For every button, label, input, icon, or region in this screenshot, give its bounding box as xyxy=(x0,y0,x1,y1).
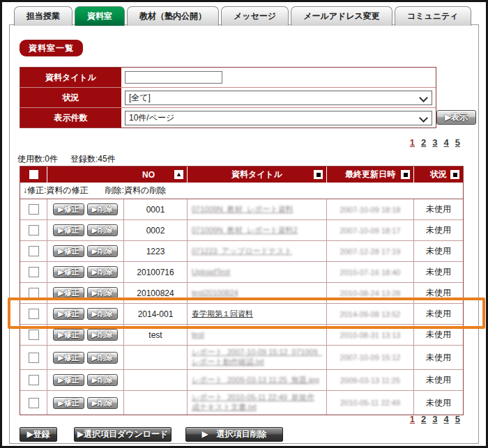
material-title-input[interactable] xyxy=(125,71,222,84)
row-checkbox-cell xyxy=(20,220,47,240)
delete-button[interactable]: ▶削除 xyxy=(87,329,118,341)
row-actions-cell: ▶修正▶削除 xyxy=(47,325,123,345)
material-title-link[interactable]: 071223_アップロードテスト xyxy=(192,247,292,256)
edit-button[interactable]: ▶修正 xyxy=(53,352,84,364)
row-checkbox[interactable] xyxy=(29,375,39,385)
delete-button[interactable]: ▶削除 xyxy=(87,397,118,409)
updated-datetime: 2007-10-09 15:12 xyxy=(340,353,401,362)
delete-button[interactable]: ▶削除 xyxy=(87,245,118,257)
edit-button[interactable]: ▶修正 xyxy=(53,203,84,215)
delete-button[interactable]: ▶削除 xyxy=(87,352,118,364)
material-title-link[interactable]: 071009N_教材_レポート資料 xyxy=(192,205,293,215)
row-updated: 2010-08-31 13:13 xyxy=(326,325,413,345)
row-status: 未使用 xyxy=(413,346,463,369)
delete-button[interactable]: ▶削除 xyxy=(87,266,118,278)
table-row: ▶修正▶削除0001071009N_教材_レポート資料2007-10-09 18… xyxy=(20,199,463,219)
material-title-link[interactable]: test xyxy=(192,330,204,340)
edit-button[interactable]: ▶修正 xyxy=(53,245,84,257)
table-row: ▶修正▶削除testtest2010-08-31 13:13未使用 xyxy=(20,324,463,345)
edit-button[interactable]: ▶修正 xyxy=(53,224,84,236)
material-title-link[interactable]: レポート_2007-10-09 15:12_071009_レポート動作確認.tx… xyxy=(192,348,322,367)
material-title-link[interactable]: レポート_2009-03-13 11:25_無題.jpg xyxy=(192,376,319,385)
row-actions-cell: ▶修正▶削除 xyxy=(47,283,123,303)
row-actions-cell: ▶修正▶削除 xyxy=(47,262,123,282)
row-no: 0001 xyxy=(123,199,187,219)
page-link-1[interactable]: 1 xyxy=(410,137,415,148)
status-select[interactable]: [全て] xyxy=(125,91,432,105)
row-no: 2014-001 xyxy=(123,304,187,324)
updated-datetime: 2009-03-13 11:25 xyxy=(340,376,400,385)
column-sort-icon[interactable] xyxy=(450,170,459,179)
page-link-2[interactable]: 2 xyxy=(421,414,426,424)
table-header-row: NO ▲ 資料タイトル 最終更新日時 状況 xyxy=(20,167,463,183)
page-link-4[interactable]: 4 xyxy=(444,414,449,424)
material-title-link[interactable]: 071009N_教材_レポート資料2 xyxy=(192,226,298,235)
row-no xyxy=(123,391,187,415)
page-link-3[interactable]: 3 xyxy=(432,137,437,148)
row-title-cell: test xyxy=(187,325,326,345)
download-selected-button[interactable]: ▶選択項目ダウンロード xyxy=(74,427,171,442)
edit-button[interactable]: ▶修正 xyxy=(53,329,84,341)
materials-table: NO ▲ 資料タイトル 最終更新日時 状況 ↓修正:資料の修正 削除:資料の削除… xyxy=(20,166,464,415)
row-checkbox[interactable] xyxy=(29,204,39,215)
pagesize-field-label: 表示件数 xyxy=(20,108,121,128)
material-title-link[interactable]: UploadTest xyxy=(192,268,230,277)
row-checkbox[interactable] xyxy=(29,309,39,319)
row-actions-cell: ▶修正▶削除 xyxy=(47,220,123,240)
edit-button[interactable]: ▶修正 xyxy=(53,397,84,409)
page-link-1[interactable]: 1 xyxy=(410,414,415,424)
sort-asc-icon[interactable]: ▲ xyxy=(174,170,183,179)
edit-button[interactable]: ▶修正 xyxy=(53,374,84,386)
column-sort-icon[interactable] xyxy=(401,170,410,179)
show-button[interactable]: ▶表示 xyxy=(436,110,476,125)
row-checkbox[interactable] xyxy=(29,267,39,277)
tab-shiryoushitsu[interactable]: 資料室 xyxy=(75,6,125,26)
delete-button[interactable]: ▶削除 xyxy=(87,374,118,386)
row-checkbox[interactable] xyxy=(29,288,39,298)
tab-message[interactable]: メッセージ xyxy=(221,6,289,26)
page-link-2[interactable]: 2 xyxy=(421,137,426,148)
select-all-checkbox-icon[interactable] xyxy=(29,170,38,179)
row-checkbox-cell xyxy=(20,199,47,219)
row-no: 1223 xyxy=(123,241,187,261)
pagesize-select-value: 10件/ページ xyxy=(129,112,174,124)
delete-button[interactable]: ▶削除 xyxy=(87,287,118,299)
tab-mail-address-henkou[interactable]: メールアドレス変更 xyxy=(291,6,392,26)
row-checkbox[interactable] xyxy=(29,246,39,256)
edit-button[interactable]: ▶修正 xyxy=(53,287,84,299)
row-checkbox[interactable] xyxy=(29,353,39,363)
table-row-highlighted: ▶修正▶削除2014-001春学期第１回資料2014-09-08 13:52未使… xyxy=(20,303,463,324)
updated-datetime: 2007-10-09 18:17 xyxy=(340,226,401,235)
header-no: NO xyxy=(124,170,173,180)
page-link-3[interactable]: 3 xyxy=(432,414,437,424)
pagesize-select[interactable]: 10件/ページ xyxy=(125,111,432,125)
edit-button[interactable]: ▶修正 xyxy=(53,308,84,320)
page-link-5[interactable]: 5 xyxy=(455,137,460,148)
row-checkbox-cell xyxy=(20,370,47,390)
tab-community[interactable]: コミュニティ xyxy=(395,6,471,26)
row-status: 未使用 xyxy=(413,325,463,345)
register-button[interactable]: ▶登録 xyxy=(20,427,57,442)
tab-kyouzai-koukai[interactable]: 教材（塾内公開） xyxy=(127,6,219,26)
delete-button[interactable]: ▶削除 xyxy=(87,308,118,320)
material-title-link[interactable]: test20100824 xyxy=(192,288,238,298)
row-no: 20100824 xyxy=(123,283,187,303)
material-title-link[interactable]: 春学期第１回資料 xyxy=(192,309,253,319)
material-title-link[interactable]: レポート_2010-05-11 22:49_新規作成テキスト文書.txt xyxy=(192,393,322,412)
edit-button[interactable]: ▶修正 xyxy=(53,266,84,278)
delete-button[interactable]: ▶削除 xyxy=(87,203,118,215)
page-link-4[interactable]: 4 xyxy=(444,137,449,148)
row-checkbox[interactable] xyxy=(29,225,39,235)
delete-button[interactable]: ▶削除 xyxy=(87,224,118,236)
column-sort-icon[interactable] xyxy=(314,170,323,179)
row-title-cell: レポート_2010-05-11 22:49_新規作成テキスト文書.txt xyxy=(187,391,326,415)
delete-selected-button[interactable]: ▶ 選択項目削除 xyxy=(185,427,283,442)
row-checkbox[interactable] xyxy=(29,330,39,340)
row-updated: 2007-10-09 18:17 xyxy=(326,220,413,240)
updated-datetime: 2010-05-11 22:49 xyxy=(340,399,400,407)
page-link-5[interactable]: 5 xyxy=(455,414,460,424)
row-checkbox-cell xyxy=(20,346,47,369)
tab-tantou-jugyou[interactable]: 担当授業 xyxy=(14,6,73,26)
row-checkbox[interactable] xyxy=(29,398,39,408)
row-actions-cell: ▶修正▶削除 xyxy=(47,370,123,390)
